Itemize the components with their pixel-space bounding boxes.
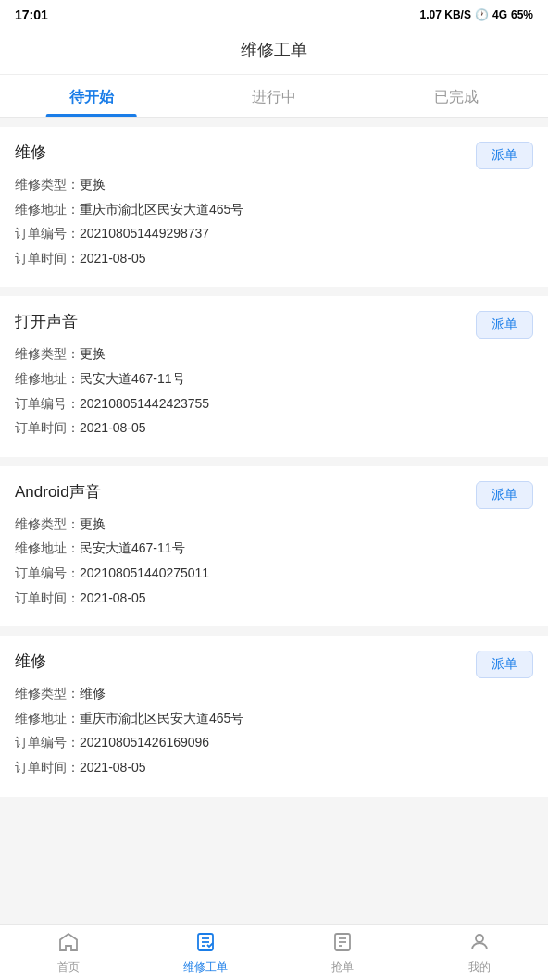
work-order-card-2: 打开声音 派单 维修类型：更换 维修地址：民安大道467-11号 订单编号：20…: [0, 296, 548, 456]
card-3-ordertime: 订单时间：2021-08-05: [15, 586, 533, 611]
card-2-orderid: 订单编号：202108051442423755: [15, 391, 533, 416]
page-header: 维修工单: [0, 30, 548, 75]
nav-workorder-label: 维修工单: [183, 960, 228, 975]
card-4-ordertime: 订单时间：2021-08-05: [15, 755, 533, 780]
status-time: 17:01: [15, 7, 48, 22]
network-speed: 1.07 KB/S: [420, 8, 471, 21]
dispatch-button-1[interactable]: 派单: [476, 142, 533, 169]
grab-icon: [331, 931, 354, 957]
card-3-title: Android声音: [15, 481, 533, 502]
card-1-info: 维修类型：更换 维修地址：重庆市渝北区民安大道465号 订单编号：2021080…: [15, 172, 533, 270]
card-1-address: 维修地址：重庆市渝北区民安大道465号: [15, 197, 533, 222]
card-2-info: 维修类型：更换 维修地址：民安大道467-11号 订单编号：2021080514…: [15, 341, 533, 440]
card-4-title: 维修: [15, 651, 533, 672]
signal-icon: 4G: [492, 8, 507, 21]
dispatch-button-4[interactable]: 派单: [476, 651, 533, 678]
nav-mine[interactable]: 我的: [411, 925, 548, 980]
nav-workorder[interactable]: 维修工单: [137, 925, 274, 980]
card-2-title: 打开声音: [15, 311, 533, 332]
card-2-type: 维修类型：更换: [15, 341, 533, 366]
nav-mine-label: 我的: [468, 960, 491, 975]
nav-home-label: 首页: [57, 960, 80, 975]
card-3-address: 维修地址：民安大道467-11号: [15, 536, 533, 561]
battery-level: 65%: [511, 8, 533, 21]
card-3-type: 维修类型：更换: [15, 512, 533, 537]
card-3-info: 维修类型：更换 维修地址：民安大道467-11号 订单编号：2021080514…: [15, 512, 533, 610]
status-bar: 17:01 1.07 KB/S 🕐 4G 65%: [0, 0, 548, 30]
bottom-nav: 首页 维修工单 抢单: [0, 924, 548, 980]
card-1-title: 维修: [15, 142, 533, 163]
workorder-icon: [194, 931, 217, 957]
home-icon: [57, 931, 80, 957]
nav-home[interactable]: 首页: [0, 925, 137, 980]
work-order-list: 维修 派单 维修类型：更换 维修地址：重庆市渝北区民安大道465号 订单编号：2…: [0, 118, 548, 815]
tab-inprogress[interactable]: 进行中: [182, 75, 365, 117]
card-4-orderid: 订单编号：202108051426169096: [15, 730, 533, 755]
card-4-type: 维修类型：维修: [15, 681, 533, 706]
status-right: 1.07 KB/S 🕐 4G 65%: [420, 8, 533, 21]
work-order-card-4: 维修 派单 维修类型：维修 维修地址：重庆市渝北区民安大道465号 订单编号：2…: [0, 636, 548, 796]
card-1-orderid: 订单编号：202108051449298737: [15, 221, 533, 246]
card-4-info: 维修类型：维修 维修地址：重庆市渝北区民安大道465号 订单编号：2021080…: [15, 681, 533, 779]
dispatch-button-3[interactable]: 派单: [476, 481, 533, 509]
card-3-orderid: 订单编号：202108051440275011: [15, 561, 533, 586]
page-title: 维修工单: [241, 41, 307, 59]
svg-point-8: [476, 935, 483, 942]
card-2-ordertime: 订单时间：2021-08-05: [15, 416, 533, 440]
profile-icon: [468, 931, 491, 957]
card-1-type: 维修类型：更换: [15, 172, 533, 197]
dispatch-button-2[interactable]: 派单: [476, 311, 533, 339]
nav-grab-label: 抢单: [331, 960, 354, 975]
card-4-address: 维修地址：重庆市渝北区民安大道465号: [15, 706, 533, 731]
card-2-address: 维修地址：民安大道467-11号: [15, 366, 533, 391]
card-1-ordertime: 订单时间：2021-08-05: [15, 246, 533, 271]
work-order-card-3: Android声音 派单 维修类型：更换 维修地址：民安大道467-11号 订单…: [0, 466, 548, 626]
tab-bar: 待开始 进行中 已完成: [0, 75, 548, 118]
tab-pending[interactable]: 待开始: [0, 75, 182, 117]
clock-icon: 🕐: [475, 8, 489, 21]
tab-completed[interactable]: 已完成: [366, 75, 548, 117]
work-order-card-1: 维修 派单 维修类型：更换 维修地址：重庆市渝北区民安大道465号 订单编号：2…: [0, 127, 548, 287]
nav-grab[interactable]: 抢单: [274, 925, 411, 980]
